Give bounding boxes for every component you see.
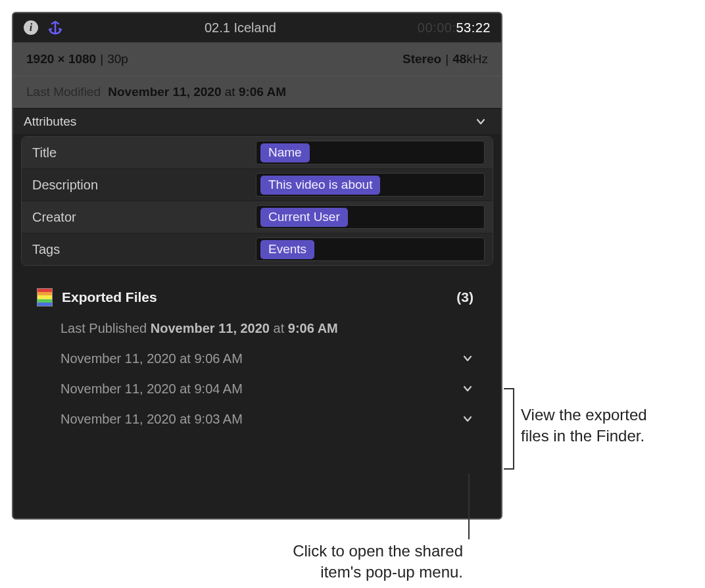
resolution-label: 1920 × 1080 xyxy=(26,52,96,66)
last-published-label: Last Published xyxy=(61,321,147,336)
timecode-dim: 00:00: xyxy=(418,20,456,35)
exported-item-label: November 11, 2020 at 9:03 AM xyxy=(61,412,243,427)
attr-label: Title xyxy=(22,145,256,160)
creator-field[interactable]: Current User xyxy=(256,205,485,229)
audio-rate-label: 48kHz xyxy=(452,52,488,66)
annotation-right: View the exported files in the Finder. xyxy=(521,404,647,447)
token[interactable]: This video is about xyxy=(260,176,380,195)
chevron-down-icon[interactable] xyxy=(462,383,477,395)
token[interactable]: Name xyxy=(260,143,310,162)
chevron-down-icon xyxy=(475,116,487,128)
attributes-header[interactable]: Attributes xyxy=(13,109,501,134)
framerate-label: 30p xyxy=(107,52,128,66)
last-modified-time: 9:06 AM xyxy=(239,85,286,99)
clip-title: 02.1 Iceland xyxy=(63,20,418,36)
attr-label: Creator xyxy=(22,210,256,225)
inspector-topbar: i 02.1 Iceland 00:00:53:22 xyxy=(13,13,501,42)
chevron-down-icon[interactable] xyxy=(462,353,477,364)
exported-item-row[interactable]: November 11, 2020 at 9:03 AM xyxy=(37,404,477,434)
share-destinations-icon[interactable] xyxy=(47,20,63,36)
attr-label: Tags xyxy=(22,242,256,257)
share-inspector-panel: i 02.1 Iceland 00:00:53:22 1920 × 1080 |… xyxy=(12,12,502,520)
attr-row-description: Description This video is about xyxy=(22,169,493,201)
exported-files-section: Exported Files (3) Last Published Novemb… xyxy=(13,276,501,434)
title-field[interactable]: Name xyxy=(256,141,485,164)
annotation-bracket xyxy=(504,388,514,470)
annotation-leader xyxy=(468,474,470,539)
timecode: 00:00:53:22 xyxy=(418,20,491,36)
last-modified-row: Last Modified November 11, 2020 at 9:06 … xyxy=(13,76,501,109)
attr-label: Description xyxy=(22,178,256,193)
description-field[interactable]: This video is about xyxy=(256,173,485,197)
exported-files-header: Exported Files (3) xyxy=(37,288,477,306)
attributes-table: Title Name Description This video is abo… xyxy=(21,136,493,266)
last-modified-date: November 11, 2020 xyxy=(108,85,221,99)
token[interactable]: Events xyxy=(260,240,314,259)
media-format-row: 1920 × 1080 | 30p Stereo | 48kHz xyxy=(13,43,501,76)
exported-item-label: November 11, 2020 at 9:04 AM xyxy=(61,381,243,397)
audio-channels-label: Stereo xyxy=(402,52,441,66)
chevron-down-icon[interactable] xyxy=(462,413,477,425)
exported-files-count: (3) xyxy=(456,289,477,305)
annotation-bottom: Click to open the shared item's pop-up m… xyxy=(231,541,463,583)
attr-row-title: Title Name xyxy=(22,137,493,169)
exported-item-row[interactable]: November 11, 2020 at 9:04 AM xyxy=(37,374,477,404)
last-published-row: Last Published November 11, 2020 at 9:06… xyxy=(37,313,477,343)
last-published-time: 9:06 AM xyxy=(288,321,338,336)
media-info-block: 1920 × 1080 | 30p Stereo | 48kHz Last Mo… xyxy=(13,42,501,109)
last-modified-label: Last Modified xyxy=(26,85,101,99)
attr-row-creator: Creator Current User xyxy=(22,201,493,233)
exported-files-label: Exported Files xyxy=(62,289,157,305)
exported-item-label: November 11, 2020 at 9:06 AM xyxy=(61,351,243,366)
info-icon[interactable]: i xyxy=(24,20,38,35)
attributes-label: Attributes xyxy=(24,114,76,129)
exported-item-row[interactable]: November 11, 2020 at 9:06 AM xyxy=(37,343,477,374)
timecode-bright: 53:22 xyxy=(456,20,491,35)
color-bars-icon xyxy=(37,288,53,306)
token[interactable]: Current User xyxy=(260,208,348,227)
attr-row-tags: Tags Events xyxy=(22,233,493,265)
tags-field[interactable]: Events xyxy=(256,237,485,261)
last-published-date: November 11, 2020 xyxy=(151,321,270,336)
